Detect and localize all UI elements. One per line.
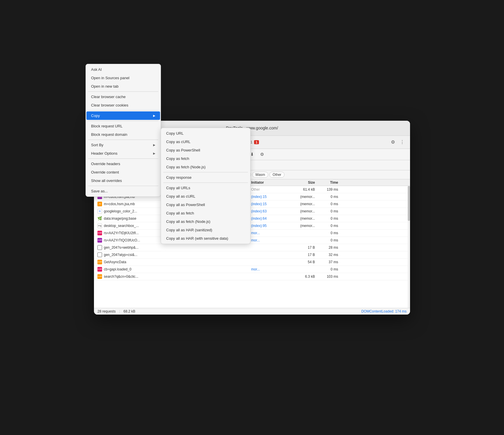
- dom-loaded: DOMContentLoaded: 174 ms: [361, 309, 407, 313]
- leaf-icon: 🌿: [97, 216, 102, 221]
- table-row[interactable]: JS m=cdos,hsm,jsa,mb script (index):15 (…: [94, 201, 410, 208]
- transfer-size: 68.2 kB: [124, 309, 135, 313]
- ctx-block-domain[interactable]: Block request domain: [94, 130, 160, 139]
- header-size: Size: [292, 181, 315, 185]
- table-row[interactable]: gen_204?s=webhp&... 17 B 28 ms: [94, 244, 410, 251]
- ctx-separator-6: [94, 186, 158, 186]
- devtools-window: DevTools - www.google.com/ Elements Cons…: [94, 121, 410, 315]
- xhr3-icon: XHR: [97, 260, 102, 264]
- sub-copy-all-fetch-node[interactable]: Copy all as fetch (Node.js): [162, 217, 250, 226]
- xhr5-icon: XHR: [97, 274, 102, 279]
- table-row[interactable]: 🌿 data:image/png;base png (index):64 (me…: [94, 215, 410, 222]
- status-bar: 28 requests | 68.2 kB DOMContentLoaded: …: [94, 308, 410, 315]
- chevron-right-icon-3: ▶: [153, 152, 155, 155]
- sub-copy-url[interactable]: Copy URL: [162, 129, 250, 138]
- header-initiator: Initiator: [251, 181, 292, 185]
- scrollbar-thumb[interactable]: [408, 186, 410, 221]
- filter-wasm[interactable]: Wasm: [252, 172, 269, 178]
- xhr-icon: XHR: [97, 231, 102, 235]
- error-count: 1: [254, 140, 259, 144]
- table-row[interactable]: XHR cb=gapi.loaded_0 mor... 0 ms: [94, 266, 410, 273]
- js-icon: JS: [97, 202, 102, 206]
- ctx-header-options[interactable]: Header Options ▶: [94, 149, 160, 158]
- filter-other[interactable]: Other: [269, 172, 284, 178]
- table-row[interactable]: img desktop_searchbox_... webp (index):9…: [94, 222, 410, 230]
- ctx-sort-by[interactable]: Sort By ▶: [94, 141, 160, 149]
- checkbox-icon: [97, 245, 102, 250]
- copy-submenu: Copy URL Copy as cURL Copy as PowerShell…: [161, 128, 251, 244]
- table-row[interactable]: G googlelogo_color_2... png (index):63 (…: [94, 208, 410, 215]
- table-row[interactable]: XHR GetAsyncData 54 B 37 ms: [94, 259, 410, 266]
- google-icon: G: [97, 209, 102, 214]
- sub-copy-all-urls[interactable]: Copy all URLs: [162, 184, 250, 192]
- settings-icon[interactable]: ⚙: [389, 138, 397, 147]
- chevron-right-icon-2: ▶: [153, 143, 155, 147]
- xhr4-icon: XHR: [97, 267, 102, 272]
- sub-copy-all-fetch[interactable]: Copy all as fetch: [162, 209, 250, 217]
- ctx-override-headers[interactable]: Override headers: [94, 160, 160, 168]
- table-row[interactable]: XHR rs=AA2YrTtDjKIU2tfI... mor... 0 ms: [94, 230, 410, 237]
- table-row[interactable]: XHR rs=AA2YrTtQO3fUcO... mor... 0 ms: [94, 237, 410, 244]
- ctx-block-url[interactable]: Block request URL: [94, 122, 160, 130]
- ctx-separator-4: [94, 140, 158, 140]
- network-settings-icon[interactable]: ⚙: [258, 151, 266, 158]
- sub-copy-fetch-node[interactable]: Copy as fetch (Node.js): [162, 163, 250, 171]
- checkbox2-icon: [97, 252, 102, 257]
- table-row[interactable]: gen_204?atyp=csi&... 17 B 32 ms: [94, 251, 410, 259]
- sub-separator-1: [163, 172, 248, 172]
- header-time: Time: [315, 181, 338, 185]
- sub-separator-2: [163, 183, 248, 183]
- sub-copy-powershell[interactable]: Copy as PowerShell: [162, 146, 250, 154]
- context-menu: Ask AI Open in Sources panel Open in new…: [94, 121, 161, 197]
- xhr2-icon: XHR: [97, 238, 102, 243]
- sub-copy-all-har-sanitized[interactable]: Copy all as HAR (sanitized): [162, 226, 250, 234]
- table-row[interactable]: XHR search?q&cn=0&clic... 6.3 kB 103 ms: [94, 273, 410, 280]
- ctx-save-as[interactable]: Save as...: [94, 187, 160, 195]
- sub-copy-curl[interactable]: Copy as cURL: [162, 138, 250, 146]
- error-badge: 1: [254, 140, 259, 144]
- sub-copy-all-har-sensitive[interactable]: Copy all as HAR (with sensitive data): [162, 234, 250, 243]
- sub-copy-response[interactable]: Copy response: [162, 173, 250, 182]
- ctx-override-content[interactable]: Override content: [94, 168, 160, 176]
- sub-copy-all-powershell[interactable]: Copy all as PowerShell: [162, 201, 250, 209]
- request-count: 28 requests: [97, 309, 116, 313]
- scrollbar[interactable]: [408, 186, 410, 308]
- ctx-separator-5: [94, 158, 158, 159]
- table-body: ≡ www.google.com 200 document Other 61.4…: [94, 186, 410, 308]
- ctx-separator-3: [94, 121, 158, 121]
- sub-copy-fetch[interactable]: Copy as fetch: [162, 154, 250, 163]
- more-options-icon[interactable]: ⋮: [398, 138, 407, 147]
- ctx-show-overrides[interactable]: Show all overrides: [94, 176, 160, 185]
- sub-copy-all-curl[interactable]: Copy all as cURL: [162, 192, 250, 201]
- webp-icon: img: [97, 223, 102, 228]
